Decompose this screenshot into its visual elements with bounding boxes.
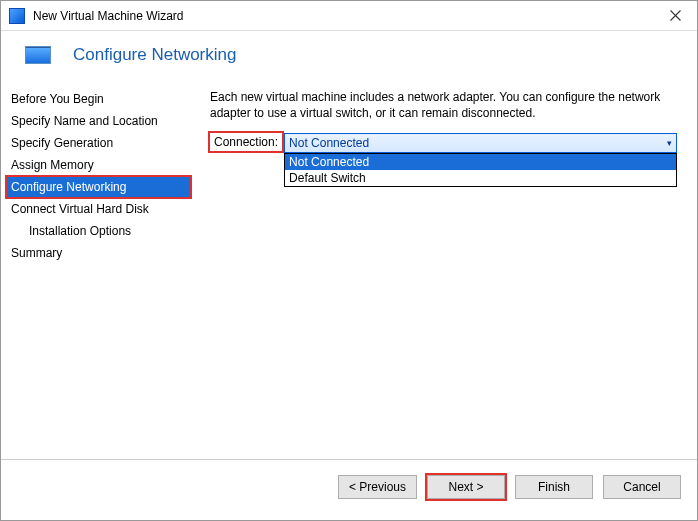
close-button[interactable]	[653, 1, 697, 31]
header: Configure Networking	[1, 31, 697, 79]
step-summary[interactable]: Summary	[7, 243, 190, 263]
connection-dropdown: Not Connected Default Switch	[284, 153, 677, 187]
window-title: New Virtual Machine Wizard	[33, 9, 653, 23]
step-before-you-begin[interactable]: Before You Begin	[7, 89, 190, 109]
connection-combobox[interactable]: Not Connected ▾	[284, 133, 677, 153]
connection-label: Connection:	[210, 133, 282, 151]
page-title: Configure Networking	[73, 45, 236, 65]
connection-row: Connection: Not Connected ▾ Not Connecte…	[210, 133, 677, 153]
titlebar: New Virtual Machine Wizard	[1, 1, 697, 31]
main-panel: Each new virtual machine includes a netw…	[196, 79, 697, 459]
content: Before You Begin Specify Name and Locati…	[1, 79, 697, 459]
app-icon	[9, 8, 25, 24]
intro-text: Each new virtual machine includes a netw…	[210, 89, 677, 121]
wizard-icon	[25, 46, 51, 64]
close-icon	[670, 10, 681, 21]
step-specify-generation[interactable]: Specify Generation	[7, 133, 190, 153]
previous-button[interactable]: < Previous	[338, 475, 417, 499]
step-assign-memory[interactable]: Assign Memory	[7, 155, 190, 175]
footer: < Previous Next > Finish Cancel	[1, 459, 697, 513]
step-specify-name-location[interactable]: Specify Name and Location	[7, 111, 190, 131]
option-default-switch[interactable]: Default Switch	[285, 170, 676, 186]
cancel-button[interactable]: Cancel	[603, 475, 681, 499]
sidebar: Before You Begin Specify Name and Locati…	[1, 79, 196, 459]
connection-selected-value: Not Connected	[289, 136, 369, 150]
option-not-connected[interactable]: Not Connected	[285, 154, 676, 170]
next-button[interactable]: Next >	[427, 475, 505, 499]
finish-button[interactable]: Finish	[515, 475, 593, 499]
connection-combo-wrap: Not Connected ▾ Not Connected Default Sw…	[284, 133, 677, 153]
step-connect-vhd[interactable]: Connect Virtual Hard Disk	[7, 199, 190, 219]
chevron-down-icon: ▾	[667, 138, 672, 148]
step-installation-options[interactable]: Installation Options	[7, 221, 190, 241]
step-configure-networking[interactable]: Configure Networking	[7, 177, 190, 197]
